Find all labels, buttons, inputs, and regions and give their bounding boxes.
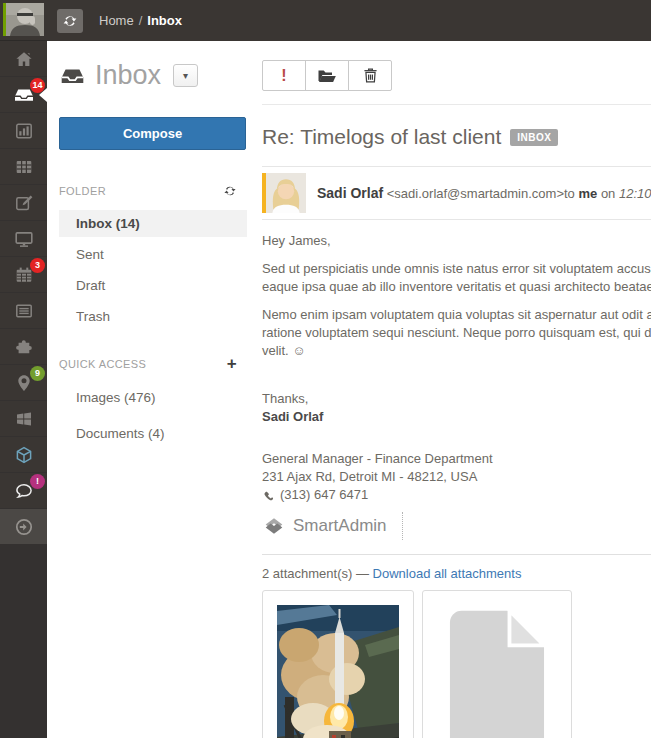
caret-down-icon: ▾ — [183, 70, 188, 81]
active-item-arrow — [39, 88, 47, 102]
sender-email: <sadi.orlaf@smartadmin.com> — [387, 186, 564, 201]
move-to-folder-button[interactable] — [305, 60, 349, 91]
breadcrumb-current: Inbox — [147, 13, 182, 28]
sidebar-item-charts[interactable] — [0, 113, 47, 148]
attachment-cards — [262, 590, 651, 738]
signature-closing: Thanks, Sadi Orlaf — [262, 390, 651, 426]
folder-refresh-button[interactable] — [223, 184, 237, 198]
sidebar-item-ui[interactable] — [0, 221, 47, 256]
attachment-card-file[interactable] — [422, 590, 572, 738]
thanks-line: Thanks, — [262, 390, 651, 408]
sidebar-item-home[interactable] — [0, 41, 47, 76]
sidebar-item-pages[interactable] — [0, 401, 47, 436]
rocket-launch-photo — [277, 605, 399, 738]
chat-alert-badge: ! — [30, 474, 45, 489]
breadcrumb-separator: / — [139, 13, 143, 28]
body-paragraph-2: Nemo enim ipsam voluptatem quia voluptas… — [262, 306, 651, 360]
sidebar-rail: 14 — [0, 0, 47, 738]
trash-icon — [361, 66, 380, 85]
sidebar-item-misc[interactable] — [0, 437, 47, 472]
mailbox-dropdown-button[interactable]: ▾ — [173, 64, 198, 87]
add-quick-access-button[interactable]: + — [227, 358, 237, 370]
sidebar-item-maps[interactable]: 9 — [0, 365, 47, 400]
maps-count-badge: 9 — [30, 366, 45, 381]
folder-heading: FOLDER — [59, 185, 106, 197]
breadcrumb-home[interactable]: Home — [99, 13, 134, 28]
refresh-icon — [223, 184, 237, 198]
sidebar-item-widgets[interactable] — [0, 293, 47, 328]
attachment-dash: — — [356, 566, 369, 581]
delete-message-button[interactable] — [348, 60, 392, 91]
signature-details: General Manager - Finance Department 231… — [262, 450, 651, 540]
quick-access-list: Images (476) Documents (4) — [59, 384, 247, 447]
mailbox-panel: Inbox ▾ Compose FOLDER Inbox (14) Sent D… — [59, 41, 247, 456]
bar-chart-icon — [14, 121, 34, 141]
attachment-card-image[interactable] — [262, 590, 414, 738]
on-word: on — [601, 186, 615, 201]
subject-row: Re: Timelogs of last client INBOX — [262, 125, 651, 149]
folder-heading-row: FOLDER — [59, 184, 247, 198]
windows-icon — [14, 409, 34, 429]
attachments-divider — [262, 554, 651, 555]
quick-link-images[interactable]: Images (476) — [59, 384, 247, 411]
sidebar-item-forms[interactable] — [0, 185, 47, 220]
woman-avatar-image — [266, 173, 306, 213]
inbox-title-icon — [59, 64, 86, 88]
signature-role: General Manager - Finance Department — [262, 450, 651, 468]
signature-phone: (313) 647 6471 — [280, 486, 368, 504]
signature-address: 231 Ajax Rd, Detroit MI - 48212, USA — [262, 468, 651, 486]
mark-important-button[interactable]: ! — [262, 60, 306, 91]
signature-name: Sadi Orlaf — [262, 408, 651, 426]
man-avatar-image — [6, 3, 44, 36]
calendar-count-badge: 3 — [30, 258, 45, 273]
sender-name: Sadi Orlaf — [317, 185, 383, 201]
exclamation-icon: ! — [281, 67, 286, 85]
sender-row: Sadi Orlaf <sadi.orlaf@smartadmin.com>to… — [262, 166, 651, 220]
table-icon — [14, 157, 34, 177]
breadcrumb: Home/Inbox — [99, 13, 182, 28]
page-refresh-button[interactable] — [57, 9, 83, 33]
user-avatar-photo — [3, 3, 44, 36]
refresh-icon — [62, 13, 78, 29]
folder-label-badge: INBOX — [510, 129, 558, 146]
home-icon — [14, 49, 34, 69]
sidebar-item-tables[interactable] — [0, 149, 47, 184]
message-panel: ! — [262, 41, 651, 738]
sidebar-minify-button[interactable] — [0, 509, 47, 544]
folder-trash[interactable]: Trash — [59, 303, 247, 330]
message-body: Hey James, Sed ut perspiciatis unde omni… — [262, 232, 651, 360]
quick-access-heading-row: QUICK ACCESS + — [59, 358, 247, 370]
document-file-icon — [437, 605, 557, 738]
user-avatar[interactable] — [0, 0, 47, 41]
download-all-link[interactable]: Download all attachments — [373, 566, 522, 581]
cube-icon — [14, 445, 34, 465]
sidebar-item-inbox[interactable]: 14 — [0, 77, 47, 112]
quick-access-heading: QUICK ACCESS — [59, 358, 146, 370]
folder-sent[interactable]: Sent — [59, 241, 247, 268]
message-time: 12:10 — [619, 186, 651, 201]
puzzle-icon — [14, 337, 34, 357]
brand-row: SmartAdmin — [262, 512, 651, 540]
compose-button[interactable]: Compose — [59, 117, 246, 150]
brand-name: SmartAdmin — [293, 517, 387, 535]
folder-inbox[interactable]: Inbox (14) — [59, 210, 247, 237]
list-icon — [14, 301, 34, 321]
message-subject: Re: Timelogs of last client — [262, 125, 501, 149]
message-toolbar: ! — [262, 60, 651, 91]
quick-link-documents[interactable]: Documents (4) — [59, 420, 247, 447]
smartadmin-logo-icon — [262, 514, 286, 538]
top-header-bar: Home/Inbox — [47, 0, 651, 41]
attachments-header: 2 attachment(s) — Download all attachmen… — [262, 566, 651, 581]
page-title: Inbox — [95, 60, 161, 91]
attachment-count: 2 attachment(s) — [262, 566, 352, 581]
sidebar-item-calendar[interactable]: 3 — [0, 257, 47, 292]
edit-icon — [14, 193, 34, 213]
mailbox-title-row: Inbox ▾ — [59, 60, 247, 91]
signature-divider — [402, 512, 403, 540]
folder-draft[interactable]: Draft — [59, 272, 247, 299]
sidebar-item-plugins[interactable] — [0, 329, 47, 364]
main-content: Inbox ▾ Compose FOLDER Inbox (14) Sent D… — [47, 41, 651, 738]
sidebar-item-chat[interactable]: ! — [0, 473, 47, 508]
sidebar-nav: 14 — [0, 41, 47, 544]
toolbar-divider — [262, 104, 651, 105]
